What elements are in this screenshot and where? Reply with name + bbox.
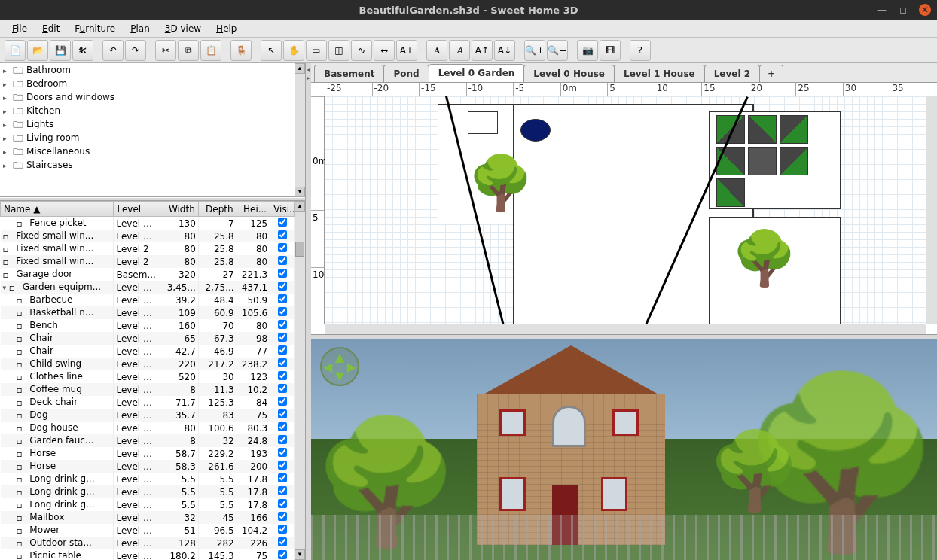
- level-tab[interactable]: Level 1 House: [614, 65, 705, 82]
- visibility-checkbox[interactable]: [278, 409, 287, 418]
- row-visible[interactable]: [270, 396, 295, 409]
- expander-icon[interactable]: ▾: [3, 284, 7, 291]
- cut-button[interactable]: ✂: [155, 40, 176, 61]
- create-polylines-button[interactable]: ∿: [351, 40, 372, 61]
- catalog-category[interactable]: ▸Doors and windows: [0, 90, 295, 104]
- furniture-row[interactable]: ▫ Garden fauc...Level 0 ...83224.8: [1, 434, 295, 447]
- create-photo-button[interactable]: 📷: [577, 40, 598, 61]
- furniture-row[interactable]: ▫ MailboxLevel 0 ...3245166: [1, 511, 295, 524]
- menu-furniture[interactable]: Furniture: [69, 22, 121, 35]
- 3d-view[interactable]: ▲ ▼ ◀ ▶ 🌳 🌳 🌳: [311, 339, 937, 560]
- furniture-row[interactable]: ▫ Deck chairLevel 0 ...71.7125.384: [1, 396, 295, 409]
- furniture-row[interactable]: ▫ Fence picketLevel 0 ...1307125: [1, 217, 295, 230]
- furniture-row[interactable]: ▫ MowerLevel 0 ...5196.5104.2: [1, 524, 295, 537]
- row-visible[interactable]: [270, 434, 295, 447]
- catalog-category[interactable]: ▸Living room: [0, 131, 295, 145]
- menu-3dview[interactable]: 3D view: [159, 22, 207, 35]
- furniture-row[interactable]: ▫ Child swingLevel 0 ...220217.2238.2: [1, 358, 295, 370]
- minimize-icon[interactable]: —: [877, 5, 887, 15]
- visibility-checkbox[interactable]: [278, 333, 287, 342]
- expander-icon[interactable]: ▸: [3, 135, 10, 142]
- furniture-list[interactable]: Name ▲LevelWidthDepthHei...Visi... ▫ Fen…: [0, 201, 295, 560]
- arrow-left-icon[interactable]: ◀: [323, 360, 332, 374]
- visibility-checkbox[interactable]: [278, 230, 287, 239]
- furniture-row[interactable]: ▫ BarbecueLevel 0 ...39.248.450.9: [1, 294, 295, 306]
- menu-plan[interactable]: Plan: [124, 22, 156, 35]
- furniture-row[interactable]: ▫ Long drink g...Level 0 ...5.55.517.8: [1, 498, 295, 511]
- row-visible[interactable]: [270, 485, 295, 498]
- row-visible[interactable]: [270, 268, 295, 281]
- column-header[interactable]: Visi...: [270, 202, 295, 217]
- visibility-checkbox[interactable]: [278, 397, 287, 406]
- furniture-row[interactable]: ▫ DogLevel 0 ...35.78375: [1, 409, 295, 422]
- plan-scrollbar-horizontal[interactable]: [325, 324, 926, 334]
- expander-icon[interactable]: ▸: [3, 162, 10, 169]
- visibility-checkbox[interactable]: [278, 269, 287, 278]
- furniture-row[interactable]: ▫ Picnic tableLevel 0 ...180.2145.375: [1, 549, 295, 560]
- visibility-checkbox[interactable]: [278, 435, 287, 444]
- level-tab[interactable]: Level 2: [704, 65, 760, 82]
- row-visible[interactable]: [270, 447, 295, 460]
- expander-icon[interactable]: ▸: [3, 94, 10, 101]
- visibility-checkbox[interactable]: [278, 550, 287, 559]
- new-file-button[interactable]: 📄: [5, 40, 26, 61]
- row-visible[interactable]: [270, 537, 295, 549]
- furniture-row[interactable]: ▫ BenchLevel 0 ...1607080: [1, 319, 295, 332]
- furniture-row[interactable]: ▾ ▫ Garden equipm...Level 0 ...3,45...2,…: [1, 281, 295, 294]
- visibility-checkbox[interactable]: [278, 473, 287, 482]
- expander-icon[interactable]: ▸: [3, 81, 10, 87]
- visibility-checkbox[interactable]: [278, 282, 287, 291]
- visibility-checkbox[interactable]: [278, 256, 287, 265]
- add-level-button[interactable]: +: [759, 65, 783, 82]
- visibility-checkbox[interactable]: [278, 358, 287, 367]
- menu-help[interactable]: Help: [210, 22, 243, 35]
- maximize-icon[interactable]: ◻: [898, 5, 908, 15]
- row-visible[interactable]: [270, 332, 295, 345]
- column-header[interactable]: Level: [114, 202, 160, 217]
- arrow-right-icon[interactable]: ▶: [347, 360, 356, 374]
- column-header[interactable]: Depth: [198, 202, 237, 217]
- menu-file[interactable]: File: [6, 22, 33, 35]
- furniture-row[interactable]: ▫ Long drink g...Level 0 ...5.55.517.8: [1, 485, 295, 498]
- furniture-row[interactable]: ▫ Basketball n...Level 0 ...10960.9105.6: [1, 306, 295, 319]
- visibility-checkbox[interactable]: [278, 537, 287, 546]
- furniture-row[interactable]: ▫ Fixed small win...Level 28025.880: [1, 255, 295, 268]
- save-file-button[interactable]: 💾: [50, 40, 71, 61]
- visibility-checkbox[interactable]: [278, 371, 287, 380]
- visibility-checkbox[interactable]: [278, 499, 287, 508]
- expander-icon[interactable]: ▸: [3, 148, 10, 155]
- visibility-checkbox[interactable]: [278, 218, 287, 227]
- create-text-button[interactable]: A+: [396, 40, 417, 61]
- furniture-row[interactable]: ▫ Coffee mugLevel 0 ...811.310.2: [1, 383, 295, 396]
- text-inc-button[interactable]: A↑: [472, 40, 493, 61]
- catalog-category[interactable]: ▸Bathroom: [0, 63, 295, 77]
- plan-canvas[interactable]: 🌳 🌳: [325, 96, 926, 324]
- plan-view[interactable]: -25-20-15-10-50m5101520253035 0m510 🌳 🌳: [311, 83, 937, 335]
- arrow-down-icon[interactable]: ▼: [335, 369, 344, 383]
- furniture-row[interactable]: ▫ HorseLevel 0 ...58.3261.6200: [1, 460, 295, 473]
- row-visible[interactable]: [270, 255, 295, 268]
- undo-button[interactable]: ↶: [102, 40, 124, 61]
- catalog-category[interactable]: ▸Miscellaneous: [0, 145, 295, 158]
- furniture-row[interactable]: ▫ Dog houseLevel 0 ...80100.680.3: [1, 422, 295, 434]
- visibility-checkbox[interactable]: [278, 512, 287, 521]
- collapse-left-icon[interactable]: ◂: [307, 66, 310, 73]
- row-visible[interactable]: [270, 422, 295, 434]
- visibility-checkbox[interactable]: [278, 448, 287, 457]
- row-visible[interactable]: [270, 549, 295, 560]
- furniture-row[interactable]: ▫ Garage doorBasem...32027221.3: [1, 268, 295, 281]
- row-visible[interactable]: [270, 230, 295, 242]
- arrow-up-icon[interactable]: ▲: [335, 350, 344, 364]
- visibility-checkbox[interactable]: [278, 486, 287, 495]
- text-italic-button[interactable]: 𝘈: [449, 40, 470, 61]
- expand-right-icon[interactable]: ▸: [307, 75, 310, 81]
- visibility-checkbox[interactable]: [278, 294, 287, 303]
- row-visible[interactable]: [270, 460, 295, 473]
- redo-button[interactable]: ↷: [125, 40, 146, 61]
- row-visible[interactable]: [270, 217, 295, 230]
- row-visible[interactable]: [270, 306, 295, 319]
- furniture-row[interactable]: ▫ Fixed small win...Level 28025.880: [1, 242, 295, 255]
- add-furniture-button[interactable]: 🪑: [230, 40, 252, 61]
- catalog-category[interactable]: ▸Lights: [0, 117, 295, 131]
- furniture-row[interactable]: ▫ Fixed small win...Level 1 ...8025.880: [1, 230, 295, 242]
